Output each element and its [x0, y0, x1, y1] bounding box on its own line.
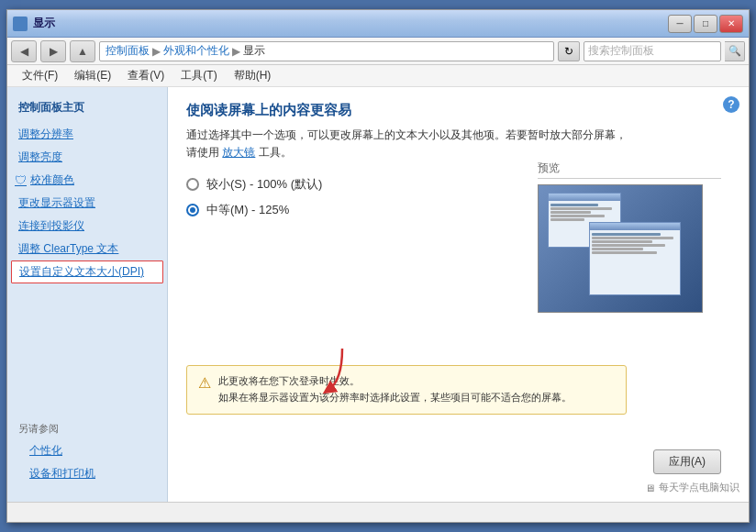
window-title: 显示 — [33, 16, 668, 31]
menu-view[interactable]: 查看(V) — [120, 66, 172, 85]
path-sep-2: ▶ — [232, 45, 240, 58]
sidebar-item-personalize[interactable]: 个性化 — [18, 439, 156, 462]
apply-button[interactable]: 应用(A) — [653, 449, 721, 474]
preview-window-2 — [589, 222, 681, 295]
warning-icon: ⚠ — [198, 374, 211, 392]
sidebar-also-section: 另请参阅 个性化 设备和打印机 — [7, 415, 167, 493]
preview-image — [538, 184, 703, 313]
menu-help[interactable]: 帮助(H) — [227, 66, 279, 85]
warning-line2: 如果在将显示器设置为该分辨率时选择此设置，某些项目可能不适合您的屏幕。 — [218, 390, 572, 406]
watermark-text: 每天学点电脑知识 — [659, 481, 739, 494]
address-path: 控制面板 ▶ 外观和个性化 ▶ 显示 — [99, 41, 554, 61]
sidebar-item-devices[interactable]: 设备和打印机 — [18, 462, 156, 485]
menu-edit[interactable]: 编辑(E) — [67, 66, 118, 85]
path-display: 显示 — [243, 43, 265, 59]
main-desc-suffix: 工具。 — [259, 146, 292, 159]
radio-medium-input[interactable] — [186, 204, 199, 216]
sidebar-item-dpi[interactable]: 设置自定义文本大小(DPI) — [11, 260, 163, 283]
main-desc: 通过选择其中一个选项，可以更改屏幕上的文本大小以及其他项。若要暂时放大部分屏幕，… — [186, 127, 627, 161]
search-input[interactable]: 搜索控制面板 — [584, 41, 721, 61]
window-icon — [13, 17, 28, 31]
main-panel: ? 使阅读屏幕上的内容更容易 通过选择其中一个选项，可以更改屏幕上的文本大小以及… — [168, 87, 749, 502]
pw-content-1 — [549, 201, 620, 224]
watermark: 🖥 每天学点电脑知识 — [645, 481, 739, 494]
up-button[interactable]: ▲ — [70, 40, 95, 62]
sidebar-item-monitor-settings[interactable]: 更改显示器设置 — [7, 192, 167, 215]
refresh-button[interactable]: ↻ — [558, 41, 580, 61]
pw-title-1 — [549, 194, 620, 201]
minimize-button[interactable]: ─ — [668, 15, 692, 33]
radio-small-input[interactable] — [186, 178, 199, 191]
pw-title-2 — [590, 223, 680, 230]
radio-medium-label: 中等(M) - 125% — [206, 202, 289, 218]
sidebar-item-projector[interactable]: 连接到投影仪 — [7, 215, 167, 238]
path-controlpanel[interactable]: 控制面板 — [106, 43, 150, 59]
help-button[interactable]: ? — [723, 96, 739, 113]
titlebar: 显示 ─ □ ✕ — [7, 10, 749, 38]
restore-button[interactable]: □ — [694, 15, 717, 33]
main-window: 显示 ─ □ ✕ ◀ ▶ ▲ 控制面板 ▶ 外观和个性化 ▶ 显示 ↻ 搜索控制… — [6, 9, 750, 523]
back-button[interactable]: ◀ — [11, 40, 37, 62]
path-sep-1: ▶ — [152, 45, 161, 58]
path-appearance[interactable]: 外观和个性化 — [163, 43, 229, 59]
magnifier-link[interactable]: 放大镜 — [222, 146, 255, 159]
addressbar: ◀ ▶ ▲ 控制面板 ▶ 外观和个性化 ▶ 显示 ↻ 搜索控制面板 🔍 — [7, 38, 749, 65]
radio-small-label: 较小(S) - 100% (默认) — [206, 176, 322, 193]
main-title: 使阅读屏幕上的内容更容易 — [186, 102, 730, 119]
search-button[interactable]: 🔍 — [725, 41, 745, 61]
titlebar-buttons: ─ □ ✕ — [668, 15, 743, 33]
content-area: 控制面板主页 调整分辨率 调整亮度 🛡校准颜色 更改显示器设置 连接到投影仪 调… — [7, 87, 749, 502]
menubar: 文件(F) 编辑(E) 查看(V) 工具(T) 帮助(H) — [7, 65, 749, 87]
menu-tools[interactable]: 工具(T) — [173, 66, 224, 85]
statusbar — [7, 502, 749, 522]
pw-content-2 — [590, 230, 680, 257]
menu-file[interactable]: 文件(F) — [15, 66, 65, 85]
watermark-icon: 🖥 — [645, 482, 655, 493]
shield-icon: 🛡 — [15, 173, 27, 187]
apply-btn-wrap: 应用(A) — [653, 449, 721, 474]
warning-bar: ⚠ 此更改将在您下次登录时生效。 如果在将显示器设置为该分辨率时选择此设置，某些… — [186, 365, 627, 414]
forward-button[interactable]: ▶ — [40, 40, 66, 62]
sidebar: 控制面板主页 调整分辨率 调整亮度 🛡校准颜色 更改显示器设置 连接到投影仪 调… — [7, 87, 168, 502]
sidebar-item-color[interactable]: 🛡校准颜色 — [7, 169, 167, 192]
sidebar-item-brightness[interactable]: 调整亮度 — [7, 146, 167, 169]
sidebar-title: 控制面板主页 — [7, 96, 167, 123]
sidebar-item-cleartype[interactable]: 调整 ClearType 文本 — [7, 238, 167, 260]
preview-area: 预览 — [538, 161, 721, 313]
sidebar-item-resolution[interactable]: 调整分辨率 — [7, 123, 167, 146]
warning-line1: 此更改将在您下次登录时生效。 — [218, 373, 572, 390]
close-button[interactable]: ✕ — [719, 15, 743, 33]
sidebar-also-title: 另请参阅 — [18, 422, 156, 436]
preview-label: 预览 — [538, 161, 721, 179]
warning-text: 此更改将在您下次登录时生效。 如果在将显示器设置为该分辨率时选择此设置，某些项目… — [218, 373, 572, 405]
